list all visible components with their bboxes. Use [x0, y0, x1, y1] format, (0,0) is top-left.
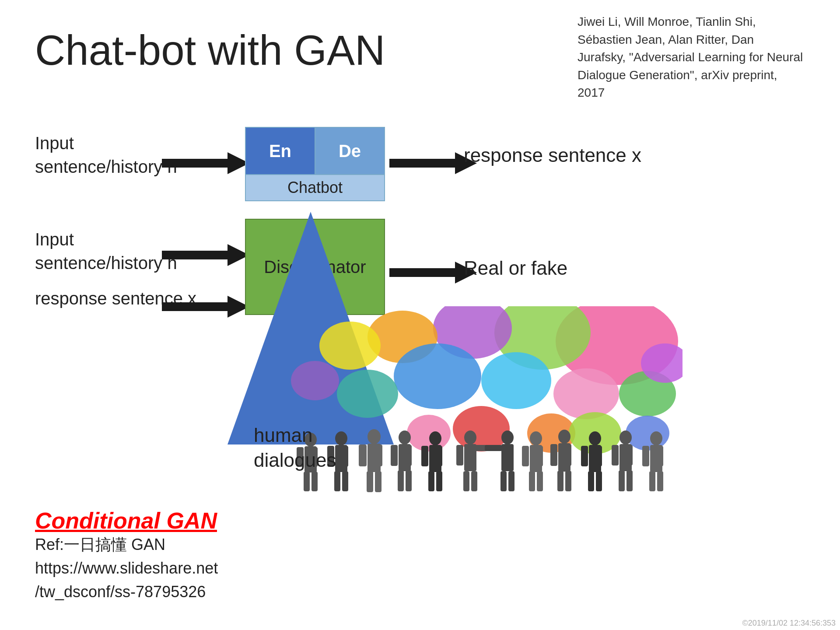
svg-point-48 — [429, 431, 441, 445]
svg-point-89 — [650, 431, 662, 445]
human-dialogues-area: human dialogues — [254, 306, 691, 494]
svg-rect-82 — [596, 471, 602, 491]
svg-marker-3 — [162, 296, 249, 318]
svg-rect-46 — [398, 470, 404, 491]
svg-rect-79 — [581, 446, 588, 466]
chatbot-box-label: Chatbot — [246, 174, 384, 200]
svg-rect-80 — [595, 446, 602, 466]
chatbot-input-label: Inputsentence/history h — [35, 131, 177, 178]
svg-rect-38 — [359, 444, 367, 466]
discriminator-box: Discriminator — [245, 219, 385, 315]
svg-rect-40 — [367, 471, 373, 492]
chatbot-en-label: En — [246, 128, 315, 174]
svg-rect-34 — [334, 471, 340, 491]
human-dialogues-label: human dialogues — [254, 423, 336, 472]
conditional-gan-label: Conditional GAN — [35, 508, 217, 534]
svg-rect-29 — [312, 472, 318, 491]
svg-rect-50 — [421, 446, 428, 466]
svg-rect-85 — [612, 445, 619, 466]
svg-rect-92 — [656, 446, 663, 466]
svg-point-77 — [589, 431, 601, 445]
svg-point-83 — [620, 430, 632, 444]
citation-text: Jiwei Li, Will Monroe, Tianlin Shi, Séba… — [578, 13, 805, 102]
svg-rect-61 — [501, 444, 514, 471]
svg-point-14 — [553, 368, 619, 419]
svg-rect-69 — [529, 471, 535, 491]
svg-rect-39 — [374, 444, 382, 466]
svg-point-60 — [501, 430, 514, 444]
arrow-disc-input-top — [162, 244, 249, 266]
svg-rect-44 — [391, 445, 398, 466]
svg-point-36 — [368, 429, 381, 444]
svg-rect-33 — [341, 446, 348, 467]
svg-rect-88 — [626, 470, 633, 491]
svg-rect-52 — [428, 471, 434, 491]
svg-rect-56 — [456, 445, 463, 466]
svg-rect-55 — [464, 444, 476, 471]
real-fake-label: Real or fake — [464, 257, 567, 279]
svg-point-30 — [335, 431, 347, 445]
svg-rect-94 — [657, 471, 663, 491]
response-sentence-label: response sentence x — [464, 144, 641, 166]
svg-rect-93 — [649, 471, 655, 491]
svg-rect-51 — [435, 446, 442, 466]
svg-point-12 — [394, 343, 481, 409]
arrow-input-to-chatbot — [162, 152, 249, 174]
svg-point-54 — [464, 430, 476, 444]
main-title: Chat-bot with GAN — [35, 26, 385, 74]
svg-rect-53 — [436, 471, 442, 491]
svg-point-17 — [291, 361, 339, 400]
svg-rect-70 — [537, 471, 543, 491]
svg-rect-67 — [522, 446, 529, 466]
chatbot-de-label: De — [315, 128, 384, 174]
svg-point-71 — [558, 430, 570, 444]
svg-point-13 — [481, 352, 551, 409]
svg-marker-2 — [162, 244, 249, 266]
svg-rect-64 — [508, 471, 514, 491]
svg-rect-58 — [463, 471, 469, 491]
svg-marker-0 — [162, 152, 249, 174]
chatbot-box: En De Chatbot — [245, 127, 385, 201]
svg-rect-86 — [626, 445, 633, 466]
svg-rect-59 — [471, 471, 477, 491]
svg-rect-62 — [485, 445, 502, 451]
svg-point-42 — [399, 430, 411, 444]
watermark: ©2019/11/02 12:34:56:353 — [742, 619, 836, 628]
svg-point-16 — [337, 370, 398, 418]
svg-rect-63 — [500, 471, 507, 491]
diagram: Inputsentence/history h En De Chatbot re… — [0, 122, 840, 516]
reference-text: Ref:一日搞懂 GAN https://www.slideshare.net … — [35, 533, 218, 604]
svg-rect-68 — [536, 446, 543, 466]
svg-rect-76 — [565, 471, 571, 491]
disc-input-top-label: Inputsentence/history h — [35, 228, 177, 275]
svg-point-65 — [530, 431, 542, 445]
svg-rect-45 — [405, 445, 412, 466]
svg-rect-35 — [342, 471, 348, 491]
svg-rect-73 — [550, 444, 557, 466]
people-silhouettes — [289, 429, 682, 494]
svg-rect-81 — [588, 471, 594, 491]
svg-point-11 — [319, 322, 381, 370]
arrow-disc-input-bottom — [162, 296, 249, 318]
svg-rect-41 — [375, 471, 382, 492]
svg-rect-91 — [642, 446, 649, 466]
discriminator-box-label: Discriminator — [264, 257, 366, 277]
svg-rect-47 — [406, 470, 412, 491]
svg-rect-74 — [564, 444, 571, 466]
svg-rect-75 — [557, 471, 564, 491]
svg-rect-87 — [619, 470, 625, 491]
svg-rect-28 — [304, 472, 310, 491]
